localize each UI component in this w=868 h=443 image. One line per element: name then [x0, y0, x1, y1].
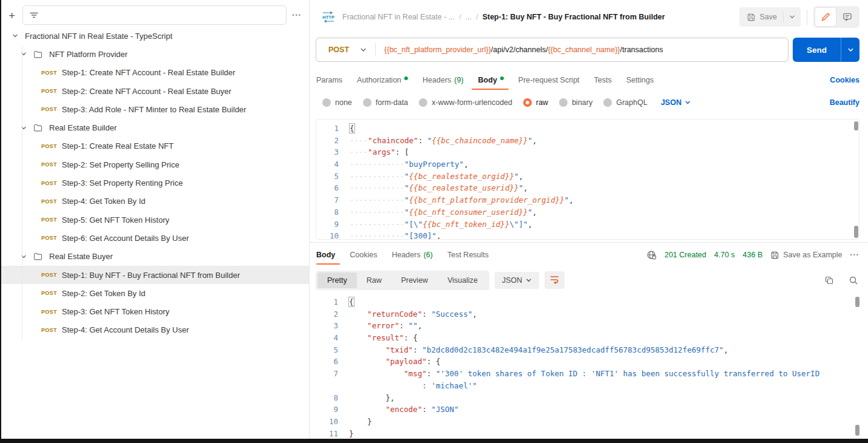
- breadcrumb-segment: Fractional NFT in Real Estate - ...: [342, 13, 455, 21]
- http-request-icon: HTTP: [320, 11, 336, 23]
- tab-headers[interactable]: Headers(9): [415, 70, 471, 90]
- sidebar-request-item[interactable]: POSTStep-4: Get Token By Id: [0, 192, 309, 211]
- response-body-viewer[interactable]: 1{2 "returnCode": "Success",3 "error": "…: [310, 295, 868, 440]
- method-badge: POST: [41, 180, 57, 186]
- response-more-options-icon[interactable]: •••: [850, 252, 860, 258]
- response-language-dropdown[interactable]: JSON: [495, 272, 539, 289]
- save-label: Save: [760, 13, 778, 21]
- item-label: Step-4: Get Token By Id: [62, 197, 146, 206]
- item-label: Step-1: Create NFT Account - Real Estate…: [62, 68, 236, 77]
- code-line: 8············"{{bc_nft_consumer_userid}}…: [316, 206, 859, 218]
- copy-icon[interactable]: [824, 276, 834, 285]
- response-tab-body[interactable]: Body: [316, 245, 342, 265]
- app-window: + ••• Fractional NFT in Real Estate - Ty…: [0, 0, 868, 443]
- url-text[interactable]: {{bc_nft_platform_provider_url}}/api/v2/…: [384, 46, 663, 54]
- item-label: Step-2: Get Token By Id: [62, 289, 146, 298]
- view-tab-preview[interactable]: Preview: [392, 272, 438, 288]
- request-editor-scrollbar-thumb[interactable]: [854, 226, 858, 238]
- line-number: 6: [310, 356, 338, 368]
- save-as-example-button[interactable]: Save as Example: [770, 251, 842, 260]
- status-badge[interactable]: 201 Created: [665, 251, 707, 259]
- response-editor-scrollbar[interactable]: [855, 297, 860, 307]
- search-icon[interactable]: [849, 276, 858, 285]
- response-tab-cookies[interactable]: Cookies: [342, 245, 384, 265]
- tab-tests[interactable]: Tests: [587, 70, 619, 90]
- method-badge: POST: [41, 88, 57, 94]
- line-number: 10: [310, 416, 338, 428]
- body-type-GraphQL[interactable]: GraphQL: [603, 98, 647, 107]
- tab-body[interactable]: Body: [471, 70, 511, 90]
- sidebar-request-item[interactable]: POSTStep-2: Get Token By Id: [0, 284, 309, 302]
- sidebar-request-item[interactable]: POSTStep-3: Get NFT Token History: [0, 302, 309, 320]
- tree-indent-guide: [22, 46, 22, 340]
- beautify-link[interactable]: Beautify: [830, 98, 860, 107]
- sidebar-request-item[interactable]: POSTStep-3: Add Role - NFT Minter to Rea…: [0, 100, 309, 118]
- chevron-down-icon[interactable]: [12, 33, 18, 39]
- save-button[interactable]: Save: [739, 7, 801, 27]
- tab-pre-request-script[interactable]: Pre-request Script: [511, 70, 587, 90]
- body-type-raw[interactable]: raw: [523, 98, 548, 107]
- response-size[interactable]: 436 B: [743, 251, 763, 259]
- more-options-icon[interactable]: •••: [293, 12, 302, 18]
- sidebar-folder-item[interactable]: NFT Platform Provider: [0, 45, 309, 63]
- network-globe-icon[interactable]: [646, 250, 657, 260]
- sidebar-folder-item[interactable]: Real Estate Buyer: [0, 248, 309, 266]
- response-editor-scrollbar-thumb[interactable]: [855, 425, 860, 436]
- radio-label: none: [335, 98, 352, 107]
- tab-authorization[interactable]: Authorization: [350, 70, 415, 90]
- method-badge: POST: [41, 161, 57, 167]
- response-tab-headers[interactable]: Headers(6): [384, 245, 440, 265]
- request-url-input[interactable]: POST {{bc_nft_platform_provider_url}}/ap…: [316, 38, 788, 62]
- body-type-form-data[interactable]: form-data: [363, 98, 409, 107]
- request-header: HTTP Fractional NFT in Real Estate - ...…: [310, 0, 868, 34]
- tab-label: Body: [478, 76, 497, 84]
- pencil-icon: [821, 12, 830, 22]
- sidebar-request-item[interactable]: POSTStep-5: Get NFT Token History: [0, 211, 309, 229]
- radio-icon: [419, 98, 427, 107]
- sidebar-request-item[interactable]: POSTStep-2: Set Property Selling Price: [0, 155, 309, 174]
- response-time[interactable]: 4.70 s: [714, 251, 735, 259]
- request-editor-scrollbar[interactable]: [854, 121, 858, 130]
- body-language-dropdown[interactable]: JSON: [661, 98, 691, 107]
- url-bar: POST {{bc_nft_platform_provider_url}}/ap…: [316, 38, 860, 62]
- save-icon: [747, 13, 756, 22]
- sidebar-collection-item[interactable]: Fractional NFT in Real Estate - TypeScri…: [0, 27, 309, 45]
- sidebar-request-item[interactable]: POSTStep-3: Set Property Renting Price: [0, 174, 309, 192]
- view-tab-visualize[interactable]: Visualize: [438, 272, 487, 288]
- view-tab-raw[interactable]: Raw: [357, 272, 392, 288]
- cookies-link[interactable]: Cookies: [830, 76, 860, 84]
- response-tab-test-results[interactable]: Test Results: [440, 245, 496, 265]
- save-options-chevron-icon[interactable]: [783, 12, 801, 22]
- send-options-chevron-icon[interactable]: [841, 38, 860, 62]
- unsaved-dot-icon: [500, 76, 504, 80]
- request-body-editor[interactable]: 1{2····"chaincode": "{{bc_chaincode_name…: [316, 119, 860, 240]
- sidebar-request-item[interactable]: POSTStep-1: Buy NFT - Buy Fractional NFT…: [0, 266, 309, 284]
- sidebar-request-item[interactable]: POSTStep-4: Get Account Details By User: [0, 321, 309, 339]
- new-collection-button[interactable]: +: [7, 10, 16, 21]
- comments-button[interactable]: [837, 8, 858, 26]
- send-button[interactable]: Send: [793, 38, 860, 62]
- wrap-text-icon: [549, 275, 560, 284]
- response-divider: [310, 242, 868, 243]
- method-chevron-icon[interactable]: [360, 47, 367, 53]
- edit-request-button[interactable]: [815, 8, 836, 26]
- method-badge: POST: [41, 217, 57, 223]
- wrap-text-button[interactable]: [544, 271, 565, 289]
- line-number: 4: [316, 158, 339, 171]
- body-type-none[interactable]: none: [322, 98, 352, 107]
- sidebar-request-item[interactable]: POSTStep-6: Get Account Details By User: [0, 229, 309, 247]
- tab-params[interactable]: Params: [316, 70, 350, 90]
- sidebar-folder-item[interactable]: Real Estate Builder: [0, 118, 309, 137]
- breadcrumb-segment[interactable]: Step-1: Buy NFT - Buy Fractional NFT fro…: [483, 13, 665, 21]
- search-input[interactable]: [22, 5, 286, 25]
- body-type-x-www-form-urlencoded[interactable]: x-www-form-urlencoded: [419, 98, 512, 107]
- body-type-binary[interactable]: binary: [559, 98, 592, 107]
- view-tab-pretty[interactable]: Pretty: [317, 272, 357, 288]
- tab-settings[interactable]: Settings: [619, 70, 661, 90]
- radio-icon: [322, 98, 331, 107]
- sidebar-request-item[interactable]: POSTStep-2: Create NFT Account - Real Es…: [0, 82, 309, 100]
- line-content: "txid": "b2dc8d0d2c183c482e494a1f9e25a17…: [338, 344, 728, 356]
- sidebar-request-item[interactable]: POSTStep-1: Create NFT Account - Real Es…: [0, 64, 309, 82]
- sidebar-request-item[interactable]: POSTStep-1: Create Real Estate NFT: [0, 137, 309, 155]
- method-selector[interactable]: POST: [328, 46, 349, 54]
